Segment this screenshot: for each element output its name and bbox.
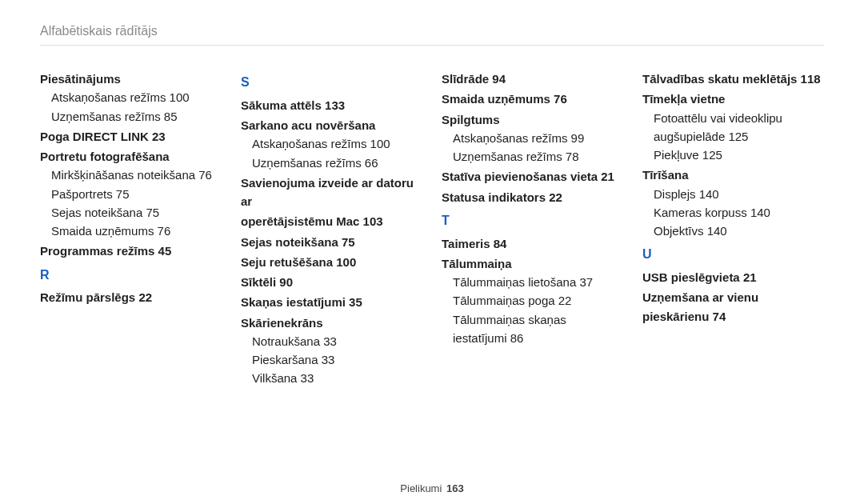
entry-programmas-rezims: Programmas režīms 45 [40, 242, 222, 260]
index-col-4: Tālvadības skatu meklētājs 118 Tīmekļa v… [642, 68, 824, 388]
entry-sarkano-uznemsanas: Uzņemšanas režīms 66 [241, 154, 422, 172]
entry-talum-lietosana: Tālummaiņas lietošana 37 [442, 273, 623, 291]
entry-talummaina: Tālummaiņa [442, 254, 623, 273]
entry-portret-smaida: Smaida uzņēmums 76 [40, 222, 222, 240]
entry-statusa-indikators: Statusa indikators 22 [442, 188, 623, 206]
entry-timekla-foto-2: augšupielāde 125 [642, 127, 824, 146]
entry-skarien-pieskarsana: Pieskaršana 33 [241, 350, 422, 369]
page-header: Alfabētiskais rādītājs [40, 24, 824, 46]
index-columns: Piesātinājums Atskaņošanas režīms 100 Uz… [40, 68, 824, 388]
entry-talum-poga: Tālummaiņas poga 22 [442, 291, 623, 310]
letter-R: R [40, 266, 222, 286]
footer-section: Pielikumi [400, 482, 442, 494]
entry-poga-direct-link: Poga DIRECT LINK 23 [40, 127, 222, 146]
index-page: Alfabētiskais rādītājs Piesātinājums Ats… [0, 0, 864, 504]
entry-rezimu-parslegs: Režīmu pārslēgs 22 [40, 288, 222, 306]
entry-tiris-objektivs: Objektīvs 140 [642, 222, 824, 240]
entry-portret-sejas: Sejas noteikšana 75 [40, 203, 222, 222]
entry-talvadibas-skatu: Tālvadības skatu meklētājs 118 [642, 70, 824, 88]
letter-U: U [642, 245, 824, 265]
entry-skarienekrans: Skārienekrāns [241, 314, 422, 332]
entry-taimeris: Taimeris 84 [442, 234, 623, 253]
entry-portret-pasportrets: Pašportrets 75 [40, 185, 222, 203]
entry-portretu-fotografesana: Portretu fotografēšana [40, 147, 222, 166]
letter-T: T [442, 211, 623, 231]
index-col-3: Slīdrāde 94 Smaida uzņēmums 76 Spilgtums… [442, 68, 623, 388]
entry-savienojuma-1: Savienojuma izveide ar datoru ar [241, 174, 422, 211]
index-col-2: S Sākuma attēls 133 Sarkano acu novēršan… [241, 68, 422, 388]
entry-sarkano-atskanosanas: Atskaņošanas režīms 100 [241, 134, 422, 153]
entry-stativa-pievienosanas: Statīva pievienošanas vieta 21 [442, 167, 623, 186]
entry-piesat-atskanosanas: Atskaņošanas režīms 100 [40, 88, 222, 106]
entry-timekla-foto-1: Fotoattēlu vai videoklipu [642, 109, 824, 127]
page-footer: Pielikumi 163 [0, 482, 864, 494]
entry-piesatinajums: Piesātinājums [40, 70, 222, 88]
entry-spilg-atskanosanas: Atskaņošanas režīms 99 [442, 129, 623, 147]
entry-piesat-uznemsanas: Uzņemšanas režīms 85 [40, 107, 222, 126]
entry-sejas-noteiksana: Sejas noteikšana 75 [241, 233, 422, 251]
entry-seju-retusesana: Seju retušēšana 100 [241, 253, 422, 271]
entry-portret-mirkskinasanas: Mirkšķināšanas noteikšana 76 [40, 166, 222, 184]
entry-spilg-uznemsanas: Uzņemšanas režīms 78 [442, 147, 623, 166]
entry-sakuma-attels: Sākuma attēls 133 [241, 96, 422, 114]
entry-slidrade: Slīdrāde 94 [442, 70, 623, 88]
entry-timekla-piekluve: Piekļuve 125 [642, 146, 824, 164]
entry-sikteli: Sīktēli 90 [241, 273, 422, 291]
entry-uznemsana-vienu: Uzņemšana ar vienu pieskārienu 74 [642, 288, 824, 326]
entry-usb-pieslegvieta: USB pieslēgvieta 21 [642, 268, 824, 286]
letter-S: S [241, 73, 422, 93]
entry-tiris-korpuss: Kameras korpuss 140 [642, 203, 824, 222]
entry-savienojuma-2: operētājsistēmu Mac 103 [241, 212, 422, 230]
entry-tiris-displejs: Displejs 140 [642, 185, 824, 203]
entry-tirisana: Tīrīšana [642, 166, 824, 184]
entry-skanas-iestatijumi: Skaņas iestatījumi 35 [241, 293, 422, 311]
entry-talum-skanas: Tālummaiņas skaņas iestatījumi 86 [442, 310, 623, 348]
entry-timekla-vietne: Tīmekļa vietne [642, 90, 824, 108]
entry-smaida-uznemums: Smaida uzņēmums 76 [442, 90, 623, 108]
entry-skarien-notrauksana: Notraukšana 33 [241, 332, 422, 350]
footer-page-number: 163 [446, 482, 464, 494]
entry-sarkano-acu: Sarkano acu novēršana [241, 116, 422, 134]
entry-spilgtums: Spilgtums [442, 110, 623, 129]
index-col-1: Piesātinājums Atskaņošanas režīms 100 Uz… [40, 68, 222, 388]
entry-skarien-vilksana: Vilkšana 33 [241, 369, 422, 387]
